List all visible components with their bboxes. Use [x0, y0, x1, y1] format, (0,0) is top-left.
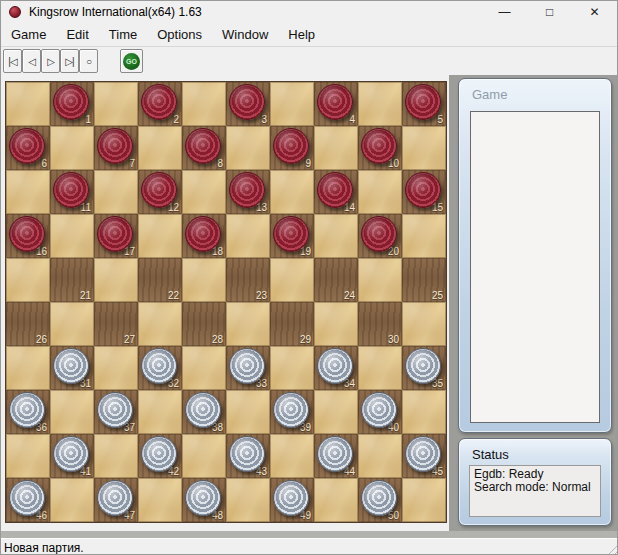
board-square-light[interactable] — [138, 302, 182, 346]
board-square-dark[interactable]: 7 — [94, 126, 138, 170]
white-piece[interactable] — [53, 348, 89, 384]
red-piece[interactable] — [273, 216, 309, 252]
go-to-end-button[interactable]: ▷| — [60, 49, 79, 73]
board-square-light[interactable] — [402, 302, 446, 346]
board-square-light[interactable] — [358, 170, 402, 214]
white-piece[interactable] — [229, 348, 265, 384]
board-square-dark[interactable]: 8 — [182, 126, 226, 170]
red-piece[interactable] — [361, 216, 397, 252]
red-piece[interactable] — [185, 216, 221, 252]
board-square-dark[interactable]: 30 — [358, 302, 402, 346]
red-piece[interactable] — [405, 172, 441, 208]
board-square-dark[interactable]: 36 — [6, 390, 50, 434]
board-square-light[interactable] — [182, 434, 226, 478]
board-square-dark[interactable]: 10 — [358, 126, 402, 170]
white-piece[interactable] — [273, 392, 309, 428]
red-piece[interactable] — [53, 84, 89, 120]
red-piece[interactable] — [317, 84, 353, 120]
board-square-light[interactable] — [358, 82, 402, 126]
minimize-icon[interactable]: — — [482, 1, 527, 23]
white-piece[interactable] — [273, 480, 309, 516]
board-square-light[interactable] — [94, 346, 138, 390]
red-piece[interactable] — [185, 128, 221, 164]
maximize-icon[interactable]: □ — [527, 1, 572, 23]
board-square-dark[interactable]: 37 — [94, 390, 138, 434]
board-square-light[interactable] — [226, 126, 270, 170]
board-square-dark[interactable]: 42 — [138, 434, 182, 478]
white-piece[interactable] — [405, 348, 441, 384]
red-piece[interactable] — [405, 84, 441, 120]
board-square-light[interactable] — [402, 214, 446, 258]
white-piece[interactable] — [9, 480, 45, 516]
board-square-light[interactable] — [314, 214, 358, 258]
game-move-list[interactable] — [470, 111, 600, 423]
board-square-dark[interactable]: 33 — [226, 346, 270, 390]
board-square-light[interactable] — [94, 434, 138, 478]
red-piece[interactable] — [9, 128, 45, 164]
white-piece[interactable] — [317, 348, 353, 384]
board-square-dark[interactable]: 29 — [270, 302, 314, 346]
step-back-button[interactable]: ◁ — [22, 49, 41, 73]
board-square-light[interactable] — [94, 258, 138, 302]
red-piece[interactable] — [53, 172, 89, 208]
board-square-dark[interactable]: 41 — [50, 434, 94, 478]
go-to-start-button[interactable]: |◁ — [3, 49, 22, 73]
board-square-light[interactable] — [50, 478, 94, 522]
board-square-dark[interactable]: 14 — [314, 170, 358, 214]
red-piece[interactable] — [9, 216, 45, 252]
board-square-dark[interactable]: 21 — [50, 258, 94, 302]
board-square-light[interactable] — [182, 346, 226, 390]
board-square-dark[interactable]: 23 — [226, 258, 270, 302]
board-square-dark[interactable]: 4 — [314, 82, 358, 126]
step-forward-button[interactable]: ▷ — [41, 49, 60, 73]
board-square-light[interactable] — [138, 126, 182, 170]
board-square-light[interactable] — [226, 302, 270, 346]
board-square-light[interactable] — [314, 126, 358, 170]
board-square-light[interactable] — [138, 478, 182, 522]
board-square-dark[interactable]: 20 — [358, 214, 402, 258]
board-square-dark[interactable]: 46 — [6, 478, 50, 522]
board-square-dark[interactable]: 34 — [314, 346, 358, 390]
board-square-dark[interactable]: 43 — [226, 434, 270, 478]
stop-button[interactable]: ○ — [79, 49, 98, 73]
board-square-dark[interactable]: 5 — [402, 82, 446, 126]
white-piece[interactable] — [97, 480, 133, 516]
board-square-dark[interactable]: 39 — [270, 390, 314, 434]
board-square-dark[interactable]: 28 — [182, 302, 226, 346]
board-square-light[interactable] — [50, 390, 94, 434]
board-square-light[interactable] — [50, 126, 94, 170]
board-square-dark[interactable]: 16 — [6, 214, 50, 258]
board-square-light[interactable] — [182, 170, 226, 214]
board-square-dark[interactable]: 1 — [50, 82, 94, 126]
board-square-dark[interactable]: 17 — [94, 214, 138, 258]
board-square-dark[interactable]: 44 — [314, 434, 358, 478]
game-panel-window[interactable]: Game — [458, 78, 612, 433]
board-square-light[interactable] — [50, 302, 94, 346]
board-square-dark[interactable]: 35 — [402, 346, 446, 390]
board-square-light[interactable] — [270, 82, 314, 126]
red-piece[interactable] — [229, 84, 265, 120]
board-square-dark[interactable]: 13 — [226, 170, 270, 214]
red-piece[interactable] — [273, 128, 309, 164]
red-piece[interactable] — [97, 216, 133, 252]
white-piece[interactable] — [185, 480, 221, 516]
board-square-dark[interactable]: 12 — [138, 170, 182, 214]
board-square-dark[interactable]: 26 — [6, 302, 50, 346]
white-piece[interactable] — [361, 392, 397, 428]
red-piece[interactable] — [229, 172, 265, 208]
board-square-dark[interactable]: 18 — [182, 214, 226, 258]
board-square-light[interactable] — [270, 434, 314, 478]
board-square-light[interactable] — [182, 258, 226, 302]
red-piece[interactable] — [141, 84, 177, 120]
white-piece[interactable] — [53, 436, 89, 472]
board-square-dark[interactable]: 47 — [94, 478, 138, 522]
board-square-dark[interactable]: 11 — [50, 170, 94, 214]
board-square-dark[interactable]: 25 — [402, 258, 446, 302]
board-square-light[interactable] — [358, 346, 402, 390]
red-piece[interactable] — [317, 172, 353, 208]
board-square-dark[interactable]: 49 — [270, 478, 314, 522]
board-square-dark[interactable]: 32 — [138, 346, 182, 390]
board-square-light[interactable] — [94, 82, 138, 126]
board-square-light[interactable] — [138, 214, 182, 258]
board-square-dark[interactable]: 22 — [138, 258, 182, 302]
